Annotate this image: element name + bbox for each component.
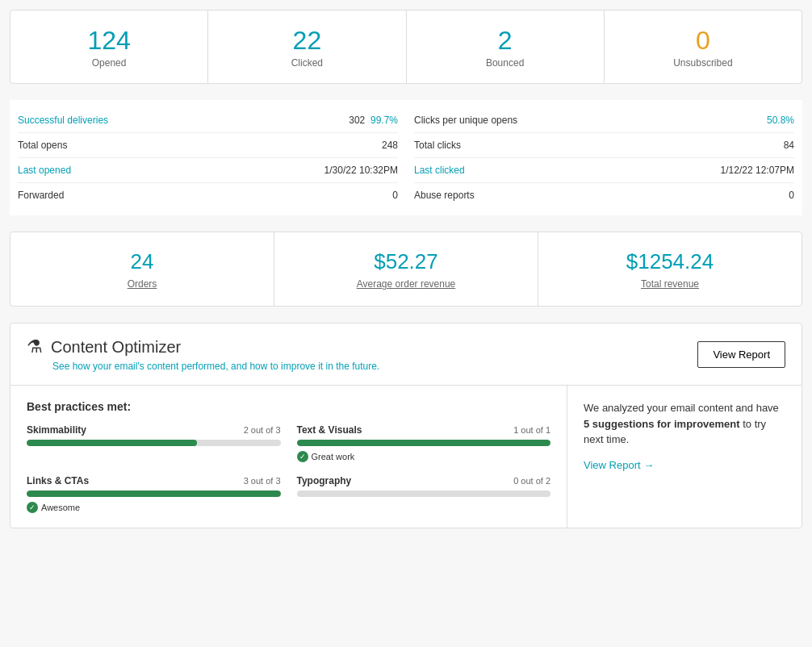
practice-name: Text & Visuals <box>297 424 362 436</box>
stats-row: 124 Opened 22 Clicked 2 Bounced 0 Unsubs… <box>10 10 802 84</box>
badge-text: Great work <box>312 452 355 461</box>
stat-bounced: 2 Bounced <box>407 10 605 83</box>
metric-last-clicked: Last clicked 1/12/22 12:07PM <box>414 158 794 183</box>
practice-score: 1 out of 1 <box>513 425 550 435</box>
metric-label: Total opens <box>18 140 67 151</box>
orders-label: Orders <box>19 278 266 290</box>
metric-last-opened: Last opened 1/30/22 10:32PM <box>18 158 398 183</box>
metric-forwarded: Forwarded 0 <box>18 183 398 207</box>
opened-label: Opened <box>19 57 199 69</box>
optimizer-title-group: ⚗ Content Optimizer See how your email's… <box>27 336 379 372</box>
optimizer-icon: ⚗ <box>27 336 43 357</box>
revenue-orders: 24 Orders <box>10 232 274 306</box>
revenue-avg-order: $52.27 Average order revenue <box>274 232 538 306</box>
orders-value: 24 <box>19 248 266 276</box>
metric-label: Total clicks <box>414 140 461 151</box>
metric-label: Last opened <box>18 165 71 176</box>
metric-label: Last clicked <box>414 165 465 176</box>
practice-skimmability: Skimmability 2 out of 3 <box>27 424 281 462</box>
checkmark-icon: ✓ <box>297 451 308 462</box>
metric-value: 84 <box>784 140 794 151</box>
practice-name: Links & CTAs <box>27 475 89 486</box>
avg-order-value: $52.27 <box>283 248 529 276</box>
progress-bar-fill <box>27 440 197 446</box>
practice-header: Text & Visuals 1 out of 1 <box>297 424 551 436</box>
stat-unsubscribed: 0 Unsubscribed <box>605 10 802 83</box>
metric-value: 302 99.7% <box>349 115 398 126</box>
revenue-total: $1254.24 Total revenue <box>538 232 802 306</box>
progress-bar-bg <box>297 440 551 446</box>
metric-label: Abuse reports <box>414 190 475 201</box>
optimizer-subtitle: See how your email's content performed, … <box>52 361 379 372</box>
opened-value: 124 <box>19 25 199 56</box>
practice-score: 0 out of 2 <box>513 476 550 486</box>
revenue-row: 24 Orders $52.27 Average order revenue $… <box>10 232 802 307</box>
practices-title: Best practices met: <box>27 400 550 413</box>
metric-value: 1/30/22 10:32PM <box>324 165 398 176</box>
metrics-grid: Successful deliveries 302 99.7% Total op… <box>10 108 802 207</box>
practice-header: Links & CTAs 3 out of 3 <box>27 475 281 486</box>
practice-text-visuals: Text & Visuals 1 out of 1 ✓ Great work <box>297 424 551 462</box>
metric-value: 248 <box>382 140 398 151</box>
practice-header: Skimmability 2 out of 3 <box>27 424 281 436</box>
view-report-link[interactable]: View Report → <box>584 459 654 471</box>
metric-label: Clicks per unique opens <box>414 115 517 126</box>
metric-clicks-unique: Clicks per unique opens 50.8% <box>414 108 794 133</box>
bounced-label: Bounced <box>415 57 596 69</box>
practice-score: 2 out of 3 <box>244 425 281 435</box>
metric-abuse-reports: Abuse reports 0 <box>414 183 794 207</box>
optimizer-title-row: ⚗ Content Optimizer <box>27 336 181 357</box>
bounced-value: 2 <box>415 25 596 56</box>
best-practices-col: Best practices met: Skimmability 2 out o… <box>10 386 567 528</box>
metric-total-clicks: Total clicks 84 <box>414 133 794 158</box>
progress-bar-bg <box>297 490 551 497</box>
metrics-left-col: Successful deliveries 302 99.7% Total op… <box>10 108 406 207</box>
practice-header: Typography 0 out of 2 <box>297 475 551 486</box>
progress-bar-bg <box>27 440 281 446</box>
practice-name: Typography <box>297 475 352 486</box>
metric-successful-deliveries: Successful deliveries 302 99.7% <box>18 108 398 133</box>
total-revenue-value: $1254.24 <box>546 248 793 276</box>
suggestions-col: We analyzed your email content and have … <box>567 386 802 528</box>
practices-grid: Skimmability 2 out of 3 Text & Visuals 1… <box>27 424 550 513</box>
metric-value: 1/12/22 12:07PM <box>721 165 794 176</box>
progress-bar-fill <box>297 440 551 446</box>
view-report-button[interactable]: View Report <box>697 341 785 368</box>
unsubscribed-label: Unsubscribed <box>613 57 793 69</box>
metric-value: 0 <box>392 190 398 201</box>
practice-links-ctas: Links & CTAs 3 out of 3 ✓ Awesome <box>27 475 281 513</box>
practice-typography: Typography 0 out of 2 <box>297 475 551 513</box>
optimizer-section: ⚗ Content Optimizer See how your email's… <box>10 323 802 528</box>
practice-badge: ✓ Awesome <box>27 502 281 513</box>
metric-label: Successful deliveries <box>18 115 108 126</box>
metric-value: 0 <box>789 190 794 201</box>
badge-text: Awesome <box>41 503 80 512</box>
practice-badge: ✓ Great work <box>297 451 551 462</box>
total-revenue-label: Total revenue <box>546 278 793 290</box>
metrics-section: Successful deliveries 302 99.7% Total op… <box>10 100 802 215</box>
avg-order-label: Average order revenue <box>283 278 529 290</box>
metric-total-opens: Total opens 248 <box>18 133 398 158</box>
clicked-label: Clicked <box>216 57 397 69</box>
checkmark-icon: ✓ <box>27 502 38 513</box>
metric-label: Forwarded <box>18 190 64 201</box>
stat-clicked: 22 Clicked <box>208 10 406 83</box>
metrics-right-col: Clicks per unique opens 50.8% Total clic… <box>406 108 802 207</box>
metric-value: 50.8% <box>767 115 794 126</box>
optimizer-title: Content Optimizer <box>51 338 181 357</box>
clicked-value: 22 <box>216 25 397 56</box>
suggestions-text: We analyzed your email content and have … <box>584 400 785 448</box>
optimizer-body: Best practices met: Skimmability 2 out o… <box>10 386 802 528</box>
practice-name: Skimmability <box>27 424 86 436</box>
practice-score: 3 out of 3 <box>244 476 281 486</box>
unsubscribed-value: 0 <box>613 25 793 56</box>
progress-bar-fill <box>27 490 281 497</box>
optimizer-header: ⚗ Content Optimizer See how your email's… <box>10 324 802 386</box>
progress-bar-bg <box>27 490 281 497</box>
stat-opened: 124 Opened <box>10 10 208 83</box>
